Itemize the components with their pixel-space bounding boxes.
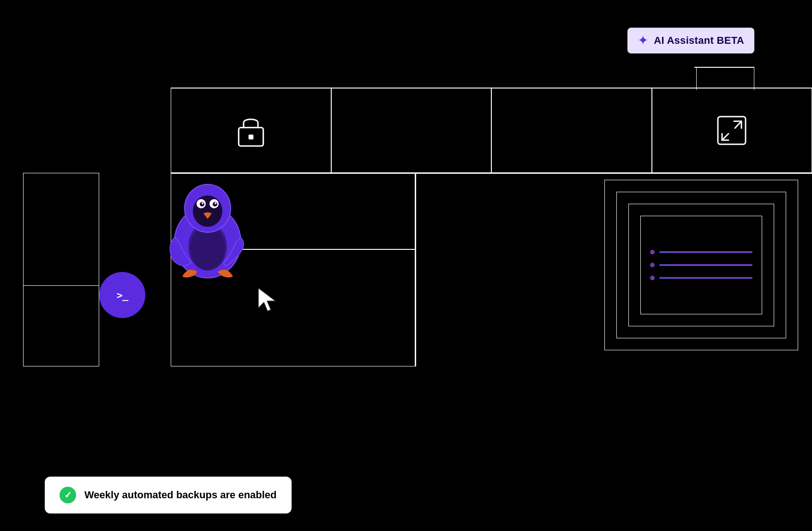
svg-point-18 [202,202,203,204]
right-panel-inner-2 [628,204,774,326]
list-line [659,264,752,266]
grid-background: ✦ AI Assistant BETA [0,0,812,531]
lock-cell [171,88,331,172]
right-panel-outer [604,180,798,350]
check-mark: ✓ [64,490,72,501]
lock-icon [233,112,269,149]
tux-penguin [157,171,258,281]
list-item [650,276,752,280]
list-dot [650,263,655,267]
mouse-cursor [256,286,279,315]
expand-icon [716,114,748,147]
list-item [650,263,752,267]
svg-line-8 [722,134,728,140]
svg-line-5 [735,122,741,128]
left-panel-bottom [23,286,99,366]
expand-cell [652,88,812,172]
list-dot [650,276,655,280]
check-circle-icon: ✓ [60,487,76,503]
list-item [650,250,752,254]
status-toast: ✓ Weekly automated backups are enabled [45,477,292,513]
svg-point-13 [193,195,222,227]
connector-line [694,67,754,68]
top-grid-row [171,88,812,173]
sparkle-icon: ✦ [638,34,648,47]
list-dot [650,250,655,254]
connector-line [696,67,697,90]
mid-vertical-divider [415,173,416,366]
connector-line [754,67,755,90]
top-cell-2 [331,88,492,172]
svg-point-19 [215,202,216,204]
ai-assistant-badge[interactable]: ✦ AI Assistant BETA [627,28,754,53]
left-panel-top [23,173,99,286]
list-line [659,251,752,253]
terminal-button[interactable]: >_ [99,272,145,318]
terminal-label: >_ [117,289,128,301]
right-panel-inner-1 [616,192,786,338]
list-line [659,277,752,279]
status-toast-text: Weekly automated backups are enabled [84,489,277,501]
ai-badge-label: AI Assistant BETA [654,35,744,47]
svg-rect-1 [248,134,253,139]
top-cell-3 [491,88,652,172]
right-panel-inner-3 [640,216,762,314]
